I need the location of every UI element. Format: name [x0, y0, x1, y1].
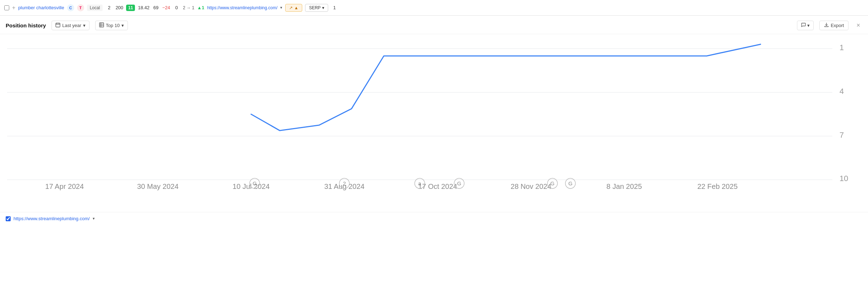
url-dropdown-icon[interactable]: ▾ [280, 5, 282, 10]
bottom-row: https://www.streamlineplumbing.com/ ▾ [0, 212, 868, 225]
svg-text:22 Feb 2025: 22 Feb 2025 [698, 182, 738, 190]
top-filter-chevron: ▾ [121, 23, 124, 28]
calendar-icon [55, 22, 60, 28]
stat-col10: 1 [331, 5, 338, 10]
panel-title: Position history [6, 22, 46, 28]
url-link[interactable]: https://www.streamlineplumbing.com/ [207, 5, 277, 10]
serp-analyze-button[interactable]: ↗ ▲ [285, 4, 302, 12]
stat-col2: 200 [115, 5, 123, 10]
badge-local: Local [87, 5, 103, 11]
comment-chevron: ▾ [807, 23, 810, 28]
svg-text:G: G [550, 180, 555, 186]
url-row-checkbox[interactable] [6, 216, 11, 221]
stat-col5: 69 [152, 5, 159, 10]
stat-col3-green: 11 [126, 5, 135, 11]
svg-text:30 May 2024: 30 May 2024 [137, 182, 179, 190]
chart-icon: ↗ [289, 5, 293, 10]
svg-text:7: 7 [840, 130, 844, 139]
comment-button[interactable]: ▾ [797, 21, 814, 30]
top-row: + plumber charlottesville C T Local 2 20… [0, 0, 868, 16]
svg-text:28 Nov 2024: 28 Nov 2024 [511, 182, 552, 190]
top-filter-label: Top 10 [106, 23, 120, 28]
svg-text:G: G [568, 180, 573, 186]
svg-text:1: 1 [840, 43, 844, 52]
svg-text:2: 2 [343, 180, 346, 186]
panel-header: Position history Last year ▾ Top 10 ▾ [0, 16, 868, 34]
date-filter-chevron: ▾ [83, 23, 86, 28]
row-checkbox[interactable] [4, 5, 9, 10]
serp-label: SERP [309, 5, 321, 10]
date-filter-button[interactable]: Last year ▾ [51, 21, 89, 30]
svg-text:a: a [418, 180, 422, 186]
date-filter-label: Last year [62, 23, 81, 28]
svg-rect-4 [99, 23, 104, 27]
bottom-url-chevron[interactable]: ▾ [93, 216, 95, 221]
top-filter-button[interactable]: Top 10 ▾ [95, 21, 128, 30]
svg-text:10: 10 [840, 174, 848, 183]
export-icon [824, 22, 829, 28]
stat-col9-up: ▲1 [197, 5, 204, 10]
position-chart: 1 4 7 10 17 Apr 2024 30 May 2024 10 Jul … [7, 38, 850, 191]
serp-chevron-icon: ▾ [322, 5, 324, 10]
svg-text:8 Jan 2025: 8 Jan 2025 [607, 182, 642, 190]
stat-col8-arrow: 2 → 1 [183, 5, 194, 10]
stat-col7: 0 [173, 5, 180, 10]
serp-analyze-label: ▲ [294, 5, 298, 10]
svg-text:4: 4 [840, 87, 844, 96]
stat-col4: 18.42 [138, 5, 150, 10]
badge-t: T [77, 4, 84, 11]
add-button[interactable]: + [12, 5, 15, 11]
svg-text:17 Apr 2024: 17 Apr 2024 [45, 182, 84, 190]
keyword-link[interactable]: plumber charlottesville [18, 5, 64, 10]
stat-col6-red: −24 [162, 5, 170, 10]
comment-icon [801, 22, 806, 28]
serp-dropdown-button[interactable]: SERP ▾ [305, 4, 328, 12]
badge-c: C [67, 4, 74, 11]
chart-area: 1 4 7 10 17 Apr 2024 30 May 2024 10 Jul … [0, 34, 868, 212]
table-icon [99, 22, 104, 28]
bottom-url-text: https://www.streamlineplumbing.com/ [13, 216, 90, 221]
svg-text:G: G [457, 180, 461, 186]
svg-text:10 Jul 2024: 10 Jul 2024 [233, 182, 270, 190]
stat-col1: 2 [105, 5, 113, 10]
export-label: Export [831, 23, 844, 28]
svg-text:G: G [253, 180, 257, 186]
export-button[interactable]: Export [819, 21, 849, 30]
close-button[interactable]: × [854, 21, 862, 30]
svg-rect-0 [56, 23, 60, 27]
